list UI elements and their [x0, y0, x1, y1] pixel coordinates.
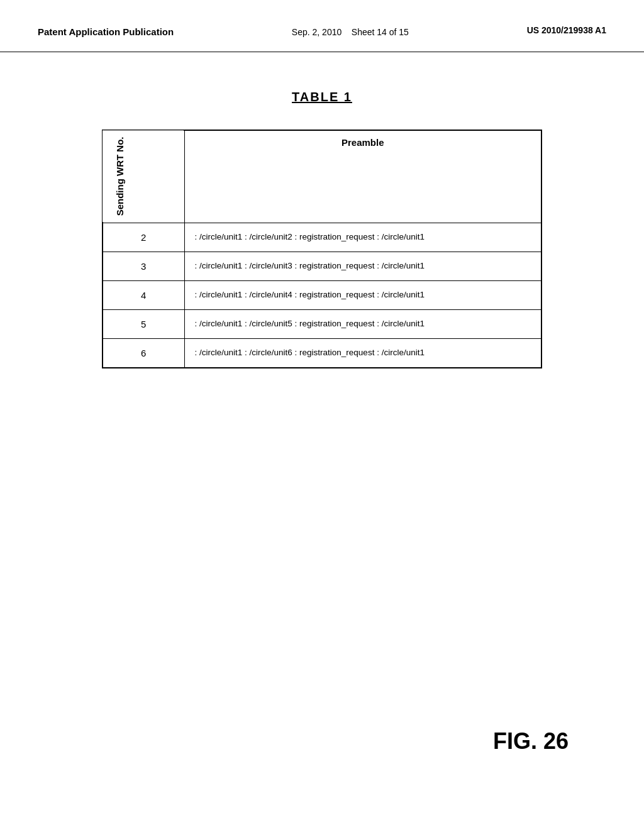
- table-row: 6: /circle/unit1 : /circle/unit6 : regis…: [103, 339, 541, 368]
- table-row: 5: /circle/unit1 : /circle/unit5 : regis…: [103, 310, 541, 339]
- page: Patent Application Publication Sep. 2, 2…: [0, 0, 644, 830]
- preamble-cell: : /circle/unit1 : /circle/unit5 : regist…: [184, 310, 541, 339]
- header-center: Sep. 2, 2010 Sheet 14 of 15: [292, 25, 409, 39]
- table-row: 3: /circle/unit1 : /circle/unit3 : regis…: [103, 252, 541, 281]
- preamble-cell: : /circle/unit1 : /circle/unit4 : regist…: [184, 281, 541, 310]
- wrt-number-cell: 5: [103, 310, 184, 339]
- table-row: 4: /circle/unit1 : /circle/unit4 : regis…: [103, 281, 541, 310]
- data-table: Sending WRT No. Preamble 2: /circle/unit…: [102, 130, 542, 368]
- preamble-cell: : /circle/unit1 : /circle/unit2 : regist…: [184, 223, 541, 252]
- table-title: TABLE 1: [292, 90, 352, 104]
- preamble-cell: : /circle/unit1 : /circle/unit6 : regist…: [184, 339, 541, 368]
- table-row: 2: /circle/unit1 : /circle/unit2 : regis…: [103, 223, 541, 252]
- col-wrt-header: Sending WRT No.: [103, 130, 184, 223]
- wrt-number-cell: 2: [103, 223, 184, 252]
- preamble-cell: : /circle/unit1 : /circle/unit3 : regist…: [184, 252, 541, 281]
- figure-label: FIG. 26: [493, 728, 569, 755]
- wrt-number-cell: 4: [103, 281, 184, 310]
- publication-date: Sep. 2, 2010: [292, 27, 341, 37]
- wrt-number-cell: 3: [103, 252, 184, 281]
- sheet-info: Sheet 14 of 15: [352, 27, 409, 37]
- col-preamble-header: Preamble: [184, 130, 541, 223]
- wrt-number-cell: 6: [103, 339, 184, 368]
- page-header: Patent Application Publication Sep. 2, 2…: [0, 0, 644, 52]
- publication-title: Patent Application Publication: [38, 25, 174, 38]
- main-content: TABLE 1 Sending WRT No. Preamble 2: /cir…: [0, 52, 644, 406]
- patent-number: US 2010/219938 A1: [527, 25, 606, 35]
